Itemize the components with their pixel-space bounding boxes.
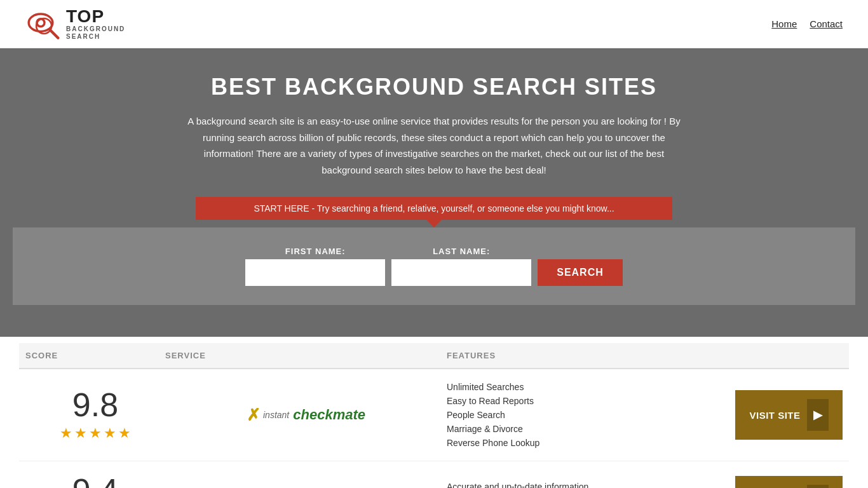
feature-1-5: Reverse Phone Lookup — [447, 438, 728, 448]
search-form: FIRST NAME: LAST NAME: SEARCH — [25, 247, 843, 286]
score-cell-2: 9.4 ★ ★ ★ ★ ★ — [25, 474, 165, 488]
header-action — [728, 351, 843, 360]
features-cell-1: Unlimited Searches Easy to Read Reports … — [447, 382, 728, 448]
checkmate-x-icon: ✗ — [247, 405, 261, 425]
feature-1-4: Marriage & Divorce — [447, 424, 728, 434]
table-row: 9.8 ★ ★ ★ ★ ★ ✗ instant checkmate Unlimi… — [19, 369, 849, 461]
hero-section: BEST BACKGROUND SEARCH SITES A backgroun… — [0, 48, 868, 337]
feature-1-3: People Search — [447, 410, 728, 420]
star-1: ★ — [60, 425, 72, 442]
star-5: ★ — [118, 425, 131, 442]
table-row-2: 9.4 ★ ★ ★ ★ ★ People Looker Accurate and… — [19, 461, 849, 488]
score-number-2: 9.4 — [72, 474, 118, 488]
last-name-input[interactable] — [391, 259, 531, 286]
nav-home[interactable]: Home — [771, 18, 797, 29]
logo-icon — [25, 6, 64, 41]
search-banner: START HERE - Try searching a friend, rel… — [196, 197, 672, 220]
visit-site-label-1: VISIT SITE — [749, 410, 800, 421]
search-form-area: FIRST NAME: LAST NAME: SEARCH — [13, 227, 855, 305]
score-cell-1: 9.8 ★ ★ ★ ★ ★ — [25, 388, 165, 442]
service-cell-1: ✗ instant checkmate — [165, 405, 447, 425]
visit-cell-2: VISIT SITE ▶ — [728, 476, 843, 488]
first-name-label: FIRST NAME: — [245, 247, 385, 256]
last-name-group: LAST NAME: — [391, 247, 531, 286]
feature-1-1: Unlimited Searches — [447, 382, 728, 392]
score-number-1: 9.8 — [72, 388, 118, 421]
search-banner-text: START HERE - Try searching a friend, rel… — [254, 203, 614, 214]
checkmate-label: checkmate — [293, 407, 365, 423]
header-service: SERVICE — [165, 351, 447, 360]
checkmate-logo: ✗ instant checkmate — [247, 405, 365, 425]
star-3: ★ — [89, 425, 102, 442]
feature-2-1: Accurate and up-to-date information — [447, 482, 728, 488]
stars-1: ★ ★ ★ ★ ★ — [60, 425, 131, 442]
header-score: SCORE — [25, 351, 165, 360]
star-4: ★ — [104, 425, 116, 442]
feature-1-2: Easy to Read Reports — [447, 396, 728, 406]
nav-contact[interactable]: Contact — [810, 18, 843, 29]
logo-text: TOP BACKGROUNDSEARCH — [66, 8, 125, 41]
main-nav: Home Contact — [771, 18, 843, 29]
header-features: FEATURES — [447, 351, 728, 360]
instant-label: instant — [263, 410, 289, 420]
visit-arrow-icon-1: ▶ — [807, 399, 829, 431]
logo: TOP BACKGROUNDSEARCH — [25, 6, 125, 41]
search-button[interactable]: SEARCH — [538, 259, 623, 286]
hero-title: BEST BACKGROUND SEARCH SITES — [13, 74, 855, 100]
star-2: ★ — [74, 425, 87, 442]
first-name-input[interactable] — [245, 259, 385, 286]
last-name-label: LAST NAME: — [391, 247, 531, 256]
results-table-section: SCORE SERVICE FEATURES 9.8 ★ ★ ★ ★ ★ ✗ i… — [0, 343, 868, 488]
logo-top-label: TOP — [66, 8, 125, 25]
logo-sub-label: BACKGROUNDSEARCH — [66, 25, 125, 41]
visit-cell-1: VISIT SITE ▶ — [728, 390, 843, 440]
table-header: SCORE SERVICE FEATURES — [19, 343, 849, 369]
visit-site-button-1[interactable]: VISIT SITE ▶ — [735, 390, 843, 440]
hero-description: A background search site is an easy-to-u… — [186, 113, 682, 178]
features-cell-2: Accurate and up-to-date information Unli… — [447, 482, 728, 488]
visit-arrow-icon-2: ▶ — [807, 485, 829, 488]
first-name-group: FIRST NAME: — [245, 247, 385, 286]
visit-site-button-2[interactable]: VISIT SITE ▶ — [735, 476, 843, 488]
header: TOP BACKGROUNDSEARCH Home Contact — [0, 0, 868, 48]
search-banner-arrow — [426, 220, 442, 227]
